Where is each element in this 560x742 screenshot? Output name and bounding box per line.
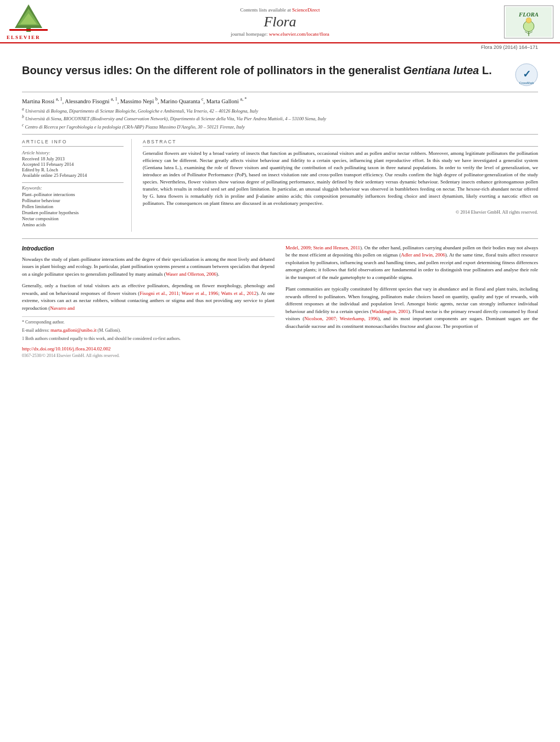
abstract-col: ABSTRACT Generalist flowers are visited … (143, 139, 538, 232)
flora-logo-box: FLORA (504, 5, 553, 38)
ref-medel-2009[interactable]: Medel, 2009; Stein and Hensen, 2011 (285, 245, 360, 250)
intro-para-1: Nowadays the study of plant–pollinator i… (22, 256, 275, 278)
issn-line: 0367-2530/© 2014 Elsevier GmbH. All righ… (22, 353, 275, 359)
ref-adler-2006[interactable]: Adler and Irwin, 2006 (401, 252, 445, 258)
available-online: Available online 25 February 2014 (22, 172, 124, 178)
ref-waser-2006[interactable]: Waser and Ollerton, 2006 (166, 271, 216, 277)
affiliation-b: b Università di Siena, BIOCONNET (Biodiv… (22, 114, 538, 121)
ref-waddington-2001[interactable]: Waddington, 2001 (372, 309, 408, 314)
flora-logo-image: FLORA (506, 7, 552, 37)
article-info-heading: ARTICLE INFO (22, 139, 124, 147)
ref-fisogni-2011[interactable]: Fisogni et al., 2011 (139, 291, 178, 296)
body-col-right: Medel, 2009; Stein and Hensen, 2011). On… (285, 244, 538, 360)
divider-info (22, 182, 124, 183)
keyword-5: Nectar composition (22, 216, 124, 221)
abstract-heading: ABSTRACT (143, 139, 538, 147)
header-center: Contents lists available at ScienceDirec… (72, 7, 488, 37)
authors-line: Martina Rossi a, 1, Alessandro Fisogni a… (22, 97, 538, 104)
title-part2: L. (479, 64, 491, 76)
sciencedirect-link[interactable]: ScienceDirect (292, 7, 320, 13)
body-section: Introduction Nowadays the study of plant… (22, 238, 538, 360)
elsevier-label: ELSEVIER (7, 35, 41, 40)
abstract-copyright: © 2014 Elsevier GmbH. All rights reserve… (143, 209, 538, 215)
svg-rect-4 (9, 29, 48, 31)
intro-para-3: Medel, 2009; Stein and Hensen, 2011). On… (285, 244, 538, 282)
received-date: Received 18 July 2013 (22, 156, 124, 161)
keyword-3: Pollen limitation (22, 204, 124, 209)
footnote-corresponding: * Corresponding author. (22, 319, 275, 326)
page: ELSEVIER Contents lists available at Sci… (0, 0, 560, 365)
elsevier-tree-icon (7, 3, 51, 34)
title-italic: Gentiana lutea (404, 64, 479, 76)
doi-link[interactable]: http://dx.doi.org/10.1016/j.flora.2014.0… (22, 346, 111, 352)
elsevier-logo: ELSEVIER (7, 3, 72, 40)
keyword-1: Plant–pollinator interactions (22, 192, 124, 197)
intro-para-2: Generally, only a fraction of total visi… (22, 282, 275, 312)
ref-watts-2012[interactable]: Watts et al., 2012 (221, 291, 257, 296)
svg-text:CrossMark: CrossMark (519, 81, 534, 85)
header-left: ELSEVIER (7, 3, 72, 40)
journal-name-display: Flora (72, 14, 488, 30)
svg-point-8 (526, 18, 531, 23)
footnote-1: 1 Both authors contributed equally to th… (22, 336, 275, 342)
article-info-col: ARTICLE INFO Article history: Received 1… (22, 139, 132, 232)
ref-nicolson-2007[interactable]: Nicolson, 2007; Westerkamp, 1996 (304, 316, 378, 321)
contents-line: Contents lists available at ScienceDirec… (72, 7, 488, 13)
keyword-4: Drunken pollinator hypothesis (22, 210, 124, 215)
main-content: Bouncy versus idles: On the different ro… (0, 50, 560, 365)
body-col-left: Introduction Nowadays the study of plant… (22, 244, 275, 360)
divider-1 (22, 134, 538, 135)
journal-homepage: journal homepage: www.elsevier.com/locat… (72, 31, 488, 37)
article-title: Bouncy versus idles: On the different ro… (22, 63, 508, 77)
intro-para-4: Plant communities are typically constitu… (285, 286, 538, 330)
ref-navarro[interactable]: Navarro and (50, 305, 75, 311)
keyword-2: Pollinator behaviour (22, 198, 124, 203)
affiliation-a: a Università di Bologna, Dipartimento di… (22, 107, 538, 114)
footnote-email: E-mail address: marta.galloni@unibo.it (… (22, 327, 275, 334)
introduction-title: Introduction (22, 244, 275, 253)
history-label: Article history: (22, 150, 124, 155)
accepted-date: Accepted 11 February 2014 (22, 161, 124, 167)
svg-text:FLORA: FLORA (518, 11, 539, 18)
title-part1: Bouncy versus idles: On the different ro… (22, 64, 404, 76)
authors-section: Martina Rossi a, 1, Alessandro Fisogni a… (22, 97, 538, 130)
ref-waser-1996[interactable]: Waser et al., 1996 (182, 291, 219, 296)
footnotes: * Corresponding author. E-mail address: … (22, 316, 275, 342)
keywords-block: Keywords: Plant–pollinator interactions … (22, 185, 124, 227)
article-info-abstract: ARTICLE INFO Article history: Received 1… (22, 139, 538, 232)
keyword-6: Amino acids (22, 222, 124, 227)
keywords-label: Keywords: (22, 185, 124, 191)
abstract-text: Generalist flowers are visited by a broa… (143, 150, 538, 207)
journal-header: ELSEVIER Contents lists available at Sci… (0, 0, 560, 43)
header-right: FLORA (488, 5, 553, 38)
crossmark-logo[interactable]: ✓ CrossMark (515, 63, 538, 87)
affiliation-c: c Centro di Ricerca per l'agrobiologia e… (22, 122, 538, 130)
article-title-section: Bouncy versus idles: On the different ro… (22, 58, 538, 92)
edited-by: Edited by R. Lösch (22, 167, 124, 172)
article-history: Article history: Received 18 July 2013 A… (22, 150, 124, 178)
body-two-col: Introduction Nowadays the study of plant… (22, 244, 538, 360)
email-link[interactable]: marta.galloni@unibo.it (51, 327, 97, 333)
homepage-link[interactable]: www.elsevier.com/locate/flora (269, 31, 329, 37)
svg-text:✓: ✓ (523, 69, 531, 80)
journal-issue: Flora 209 (2014) 164–171 (0, 43, 560, 50)
doi-section: http://dx.doi.org/10.1016/j.flora.2014.0… (22, 345, 275, 353)
